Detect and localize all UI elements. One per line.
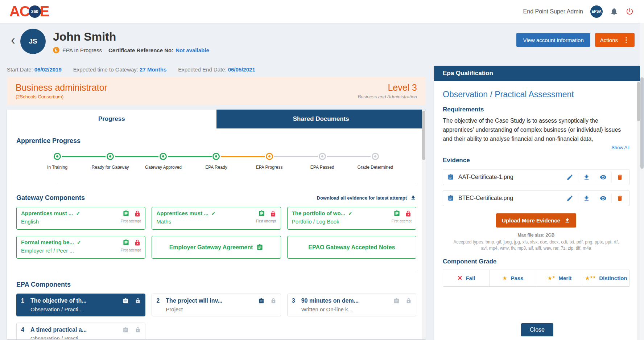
page-scrollbar[interactable] [640,23,644,340]
epa-card-title: A timed practical a... [30,327,123,333]
show-all-link[interactable]: Show All [443,145,629,150]
back-chevron-icon[interactable]: ‹ [11,34,15,47]
clipboard-icon[interactable] [393,298,400,304]
scrollbar-thumb[interactable] [640,77,644,169]
grade-fail-button[interactable]: ✕ Fail [443,270,490,286]
step-grade-determined: Grade Determined [349,153,402,170]
tab-shared-documents[interactable]: Shared Documents [216,110,426,128]
clipboard-icon [447,195,454,201]
step-dot [107,153,114,160]
step-label: Grade Determined [358,165,393,170]
step-ready-for-gateway: Ready for Gateway [84,153,137,170]
preview-eye-icon[interactable] [595,172,611,182]
download-icon[interactable] [578,193,595,203]
step-label: EPA Progress [256,165,283,170]
epa-card-knowledge-test[interactable]: 3 90 minutes on dem... Written or On-lin… [287,294,416,316]
epa-card-subtitle: Observation / Practi... [30,335,141,339]
actions-button-label: Actions [600,37,618,43]
clipboard-icon[interactable] [258,298,264,304]
epa-card-number: 4 [21,327,30,333]
user-role-label: End Point Super Admin [523,8,583,15]
gateway-time-label: Expected time to Gateway: [73,66,138,73]
clipboard-icon[interactable] [123,327,129,333]
clipboard-icon[interactable] [256,244,263,251]
epa-card-number: 2 [156,298,166,304]
tab-progress[interactable]: Progress [7,110,216,128]
actions-button[interactable]: Actions ⋮ [595,33,635,47]
check-icon: ✓ [211,210,216,216]
gateway-card-title: Apprentices must ... [156,210,208,216]
tab-bar: Progress Shared Documents [7,110,426,128]
step-epa-passed: EPA Passed [296,153,349,170]
grade-merit-button[interactable]: ★★ Merit [536,270,583,286]
apprentice-avatar: JS [20,29,46,54]
step-dot [54,153,61,160]
clipboard-icon[interactable] [123,210,129,217]
delete-trash-icon[interactable] [611,172,625,182]
step-label: Gateway Approved [145,165,182,170]
step-label: In Training [47,165,67,170]
panel-footer: Close [434,320,640,340]
clipboard-icon[interactable] [123,239,129,246]
gateway-card-portfolio[interactable]: The portfolio of wo...✓ Portfolio / Log … [287,207,416,230]
epa-card-subtitle: Project [166,306,276,312]
clipboard-icon[interactable] [258,210,265,217]
gateway-card-epao-notes[interactable]: EPAO Gateway Accepted Notes [287,236,416,259]
scrollbar-thumb[interactable] [422,111,425,160]
notifications-bell-icon[interactable] [610,7,618,16]
gateway-card-title: Employer Gateway Agreement [169,244,253,251]
step-epa-progress: EPA Progress [243,153,296,170]
gateway-section-head: Gateway Components Download all evidence… [16,194,416,202]
user-avatar[interactable]: EPSA [590,5,603,18]
upload-more-evidence-button[interactable]: Upload More Evidence [496,213,576,228]
divider [58,183,416,183]
course-banner-left: Business administrator (2Schools Consort… [16,82,107,99]
grade-label: Fail [466,275,475,281]
epa-card-observation[interactable]: 1 The objective of th... Observation / P… [16,294,145,316]
preview-eye-icon[interactable] [595,193,611,203]
start-date-label: Start Date: [7,66,33,73]
attempt-label: First attempt [121,219,141,223]
edit-pencil-icon[interactable] [562,193,578,203]
close-button[interactable]: Close [521,323,553,336]
step-in-training: In Training [31,153,84,170]
download-all-evidence-link[interactable]: Download all evidence for latest attempt [317,195,417,201]
status-row: E EPA In Progress Certificate Reference … [53,47,209,53]
progress-stepper: In Training Ready for Gateway Gateway Ap… [31,153,402,170]
course-category: Business and Administration [358,94,417,99]
grade-pass-button[interactable]: ★ Pass [490,270,536,286]
gateway-card-employer-agreement[interactable]: Employer Gateway Agreement [152,236,281,259]
left-panel-scrollbar[interactable] [422,110,426,339]
ace360-logo[interactable]: AC 360 E [9,3,49,20]
lock-icon [271,298,276,304]
clipboard-icon[interactable] [123,298,129,304]
clipboard-icon[interactable] [393,210,400,217]
max-file-size-note: Max file size: 2GB [443,233,629,238]
gateway-card-employer-ref[interactable]: Formal meeting be...✓ Employer ref / Pee… [16,236,145,259]
check-icon: ✓ [76,210,80,216]
edit-pencil-icon[interactable] [562,172,578,182]
gateway-card-english[interactable]: Apprentices must ...✓ English First atte… [16,207,145,230]
main-content: Start Date:06/02/2019 Expected time to G… [0,66,644,340]
evidence-actions [562,172,625,182]
grade-label: Merit [558,275,571,281]
lock-icon [135,298,141,304]
accepted-types-note: Accepted types: bmp, gif, jpeg, jpg, xls… [443,239,629,251]
lock-icon [270,210,276,217]
course-provider: (2Schools Consortium) [16,94,107,99]
view-account-information-button[interactable]: View account information [516,33,590,47]
gateway-components-heading: Gateway Components [16,194,85,202]
top-bar: AC 360 E End Point Super Admin EPSA [0,0,644,23]
step-dot [319,153,326,160]
logout-power-icon[interactable] [626,7,634,16]
epa-card-timed-practical[interactable]: 4 A timed practical a... Observation / P… [16,323,145,339]
download-icon[interactable] [578,172,595,182]
gateway-card-maths[interactable]: Apprentices must ...✓ Maths First attemp… [152,207,281,230]
check-icon: ✓ [77,239,81,245]
lock-icon [134,239,141,246]
evidence-filename: AAT-Certificate-1.png [458,174,562,180]
scrollbar-thumb[interactable] [637,82,640,121]
grade-distinction-button[interactable]: ★★★ Distinction [583,270,629,286]
epa-card-project[interactable]: 2 The project will inv... Project [152,294,281,316]
delete-trash-icon[interactable] [611,193,625,203]
